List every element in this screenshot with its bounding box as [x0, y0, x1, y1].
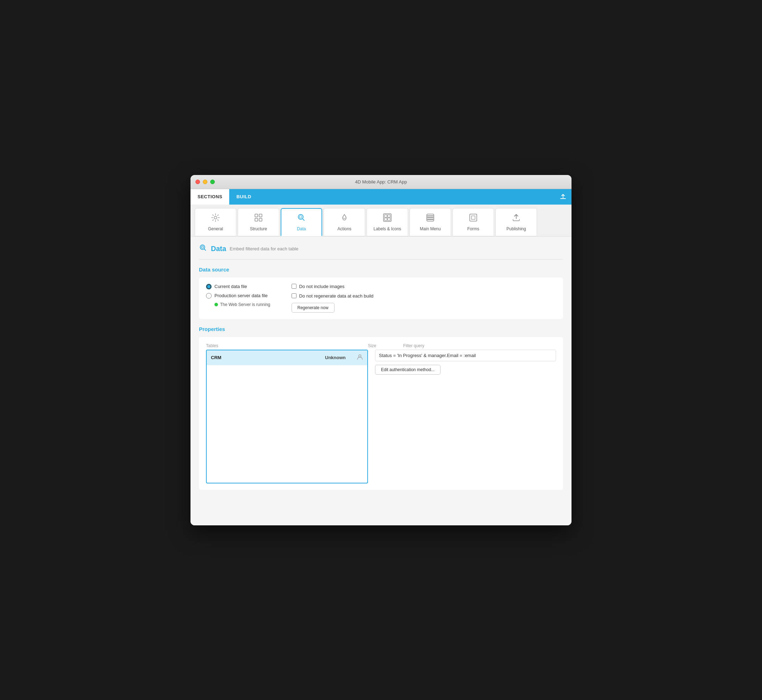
tab-main-menu[interactable]: Main Menu [409, 208, 451, 236]
tab-forms[interactable]: Forms [453, 208, 494, 236]
page-header: Data Embed filtered data for each table [199, 244, 563, 259]
window-title: 4D Mobile App: CRM App [355, 179, 407, 184]
table-name: CRM [211, 355, 325, 360]
properties-box: Tables Size Filter query CRM Unknown [199, 337, 563, 490]
main-menu-icon [426, 213, 435, 224]
maximize-button[interactable] [210, 180, 215, 184]
checkbox-regenerate-label: Do not regenerate data at each build [299, 293, 373, 298]
tab-forms-label: Forms [467, 227, 479, 231]
properties-layout: CRM Unknown [206, 350, 556, 483]
gear-icon [211, 213, 220, 224]
table-row[interactable]: CRM Unknown [207, 350, 367, 365]
svg-rect-4 [259, 218, 262, 221]
svg-rect-9 [388, 215, 390, 217]
svg-rect-14 [427, 219, 434, 220]
content-area: Data Embed filtered data for each table … [190, 237, 572, 525]
upload-button[interactable] [557, 191, 569, 203]
col-filter-label: Filter query [403, 343, 556, 348]
svg-point-0 [214, 216, 217, 219]
filter-section: Edit authentication method... [375, 350, 556, 483]
table-size: Unknown [325, 355, 357, 360]
svg-rect-2 [259, 214, 262, 217]
tab-structure[interactable]: Structure [238, 208, 279, 236]
data-source-right: Do not include images Do not regenerate … [292, 284, 373, 312]
svg-rect-13 [427, 217, 434, 218]
radio-production-input[interactable] [206, 293, 212, 298]
radio-current: Current data file [206, 284, 270, 289]
data-source-left: Current data file Production server data… [206, 284, 270, 312]
page-description: Embed filtered data for each table [230, 246, 298, 252]
structure-icon [254, 213, 263, 224]
svg-point-5 [298, 214, 303, 219]
col-size-label: Size [368, 343, 403, 348]
svg-rect-10 [384, 218, 387, 220]
svg-rect-16 [470, 214, 477, 221]
traffic-lights [195, 180, 215, 184]
data-source-container: Data source Current data file Production… [199, 267, 563, 319]
nav-sections-tab[interactable]: SECTIONS [190, 189, 229, 205]
tab-structure-label: Structure [250, 227, 267, 231]
filter-query-input[interactable] [375, 350, 556, 361]
forms-icon [469, 213, 478, 224]
data-source-title: Data source [199, 267, 563, 272]
tab-general[interactable]: General [195, 208, 236, 236]
regenerate-now-button[interactable]: Regenerate now [292, 303, 334, 312]
person-icon [357, 354, 363, 362]
svg-rect-8 [384, 215, 387, 217]
tabs-row: General Structure [190, 205, 572, 237]
tab-main-menu-label: Main Menu [420, 227, 440, 231]
page-title: Data [211, 245, 226, 253]
svg-rect-1 [255, 214, 258, 217]
tab-data-label: Data [297, 227, 306, 231]
svg-rect-17 [472, 216, 475, 219]
svg-rect-3 [255, 218, 258, 221]
tab-publishing[interactable]: Publishing [495, 208, 537, 236]
tab-labels-icons[interactable]: Labels & Icons [367, 208, 408, 236]
tab-general-label: General [208, 227, 223, 231]
actions-icon [340, 213, 349, 224]
radio-production-label: Production server data file [214, 293, 268, 298]
svg-rect-12 [427, 216, 434, 217]
checkbox-images: Do not include images [292, 284, 373, 289]
regenerate-btn-wrapper: Regenerate now [292, 303, 373, 312]
tab-actions[interactable]: Actions [323, 208, 365, 236]
tab-actions-label: Actions [337, 227, 351, 231]
tab-publishing-label: Publishing [506, 227, 526, 231]
col-tables-label: Tables [206, 343, 368, 348]
server-status: The Web Server is running [214, 302, 270, 307]
status-dot-green [214, 303, 218, 306]
page-header-icon [199, 244, 208, 254]
app-window: 4D Mobile App: CRM App SECTIONS BUILD Ge [190, 175, 572, 525]
radio-production: Production server data file [206, 293, 270, 298]
properties-container: Properties Tables Size Filter query CRM … [199, 326, 563, 490]
server-status-text: The Web Server is running [220, 302, 270, 307]
data-source-box: Current data file Production server data… [199, 278, 563, 319]
tab-labels-icons-label: Labels & Icons [373, 227, 401, 231]
edit-auth-button[interactable]: Edit authentication method... [375, 365, 440, 375]
checkbox-group: Do not include images Do not regenerate … [292, 284, 373, 312]
title-bar: 4D Mobile App: CRM App [190, 175, 572, 189]
minimize-button[interactable] [203, 180, 208, 184]
svg-point-19 [201, 246, 203, 248]
checkbox-regenerate: Do not regenerate data at each build [292, 293, 373, 298]
radio-current-label: Current data file [214, 284, 247, 289]
table-list: CRM Unknown [206, 350, 368, 483]
svg-point-6 [300, 216, 302, 218]
edit-auth-btn-wrapper: Edit authentication method... [375, 365, 556, 375]
properties-columns: Tables Size Filter query [206, 343, 556, 348]
checkbox-images-input[interactable] [292, 284, 297, 289]
tab-data[interactable]: Data [281, 208, 322, 236]
nav-build-tab[interactable]: BUILD [229, 189, 258, 205]
data-source-inner: Current data file Production server data… [206, 284, 556, 312]
checkbox-regenerate-input[interactable] [292, 293, 297, 298]
close-button[interactable] [195, 180, 200, 184]
radio-current-input[interactable] [206, 284, 212, 289]
radio-group: Current data file Production server data… [206, 284, 270, 307]
publishing-icon [512, 213, 521, 224]
checkbox-images-label: Do not include images [299, 284, 345, 289]
labels-icons-icon [383, 213, 392, 224]
properties-title: Properties [199, 326, 563, 332]
nav-bar: SECTIONS BUILD [190, 189, 572, 205]
svg-rect-11 [388, 218, 390, 220]
data-search-icon [297, 213, 306, 224]
